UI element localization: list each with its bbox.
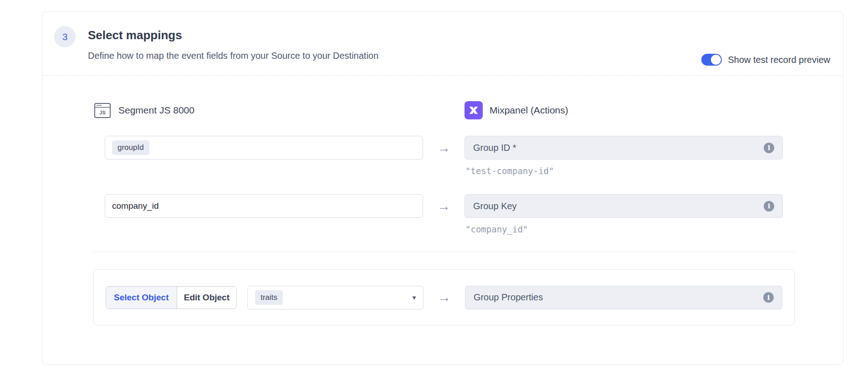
card-header: 3 Select mappings Define how to map the …	[42, 12, 843, 76]
svg-text:JS: JS	[99, 110, 105, 115]
destination-col: Group ID * i "test-company-id"	[465, 136, 783, 176]
toggle-knob	[711, 55, 721, 65]
page: 3 Select mappings Define how to map the …	[0, 0, 868, 381]
arrow-right-icon: →	[424, 286, 465, 309]
info-icon[interactable]: i	[764, 201, 774, 211]
destination-field-label: Group Key	[473, 201, 517, 211]
destination-name: Mixpanel (Actions)	[490, 105, 568, 116]
show-test-record-preview-toggle[interactable]	[701, 54, 722, 66]
page-subtitle: Define how to map the event fields from …	[88, 51, 378, 61]
mappings-content: JS Segment JS 8000 Mixpanel (Actions)	[93, 76, 795, 325]
destination-field-label: Group ID *	[473, 143, 516, 153]
toggle-label: Show test record preview	[728, 55, 830, 65]
mixpanel-icon	[465, 101, 483, 119]
mapping-rows: groupId → Group ID * i "test-company-id"…	[105, 136, 795, 234]
source-field-input[interactable]: groupId	[105, 136, 423, 160]
object-mapping-card: Select Object Edit Object traits ▾ → Gro…	[93, 269, 795, 325]
column-headers: JS Segment JS 8000 Mixpanel (Actions)	[93, 101, 795, 119]
section-divider	[93, 252, 795, 252]
source-field-input[interactable]: company_id	[105, 194, 423, 218]
info-icon[interactable]: i	[763, 292, 774, 303]
select-object-button[interactable]: Select Object	[106, 287, 177, 309]
source-header: JS Segment JS 8000	[93, 101, 465, 119]
chevron-down-icon: ▾	[413, 293, 416, 302]
arrow-right-icon: →	[423, 194, 465, 218]
edit-object-button[interactable]: Edit Object	[177, 287, 237, 309]
browser-js-icon: JS	[93, 101, 112, 119]
destination-header: Mixpanel (Actions)	[465, 101, 568, 119]
object-mode-button-group: Select Object Edit Object	[106, 286, 237, 309]
select-mappings-card: 3 Select mappings Define how to map the …	[42, 11, 843, 365]
source-field-value: company_id	[112, 201, 158, 211]
step-number-badge: 3	[54, 26, 76, 47]
test-preview-toggle-row: Show test record preview	[701, 54, 830, 66]
destination-field-group-key[interactable]: Group Key i	[465, 194, 783, 218]
source-token-chip[interactable]: groupId	[112, 140, 149, 155]
mapping-row-group-key: company_id → Group Key i "company_id"	[105, 194, 795, 234]
page-title: Select mappings	[88, 28, 182, 42]
destination-col: Group Key i "company_id"	[465, 194, 783, 234]
test-record-preview-value: "test-company-id"	[465, 166, 783, 176]
selected-object-chip[interactable]: traits	[255, 290, 283, 305]
mapping-row-group-id: groupId → Group ID * i "test-company-id"	[105, 136, 795, 176]
arrow-right-icon: →	[423, 136, 465, 160]
object-select-dropdown[interactable]: traits ▾	[247, 286, 424, 309]
destination-field-label: Group Properties	[474, 292, 543, 303]
info-icon[interactable]: i	[764, 143, 774, 153]
destination-field-group-id[interactable]: Group ID * i	[465, 136, 783, 160]
destination-field-group-properties[interactable]: Group Properties i	[465, 286, 782, 309]
source-name: Segment JS 8000	[118, 105, 194, 116]
test-record-preview-value: "company_id"	[465, 224, 783, 234]
